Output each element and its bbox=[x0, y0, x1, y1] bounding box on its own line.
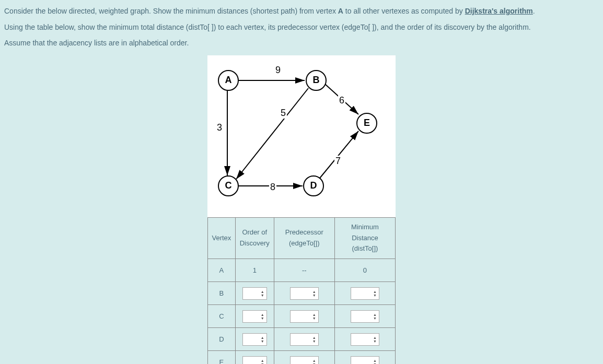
header-vertex: Vertex bbox=[208, 217, 236, 259]
vertex-cell: E bbox=[208, 351, 236, 364]
pred-stepper[interactable]: ▲▼ bbox=[290, 310, 319, 323]
edge-label-be: 6 bbox=[338, 95, 345, 106]
dist-input[interactable] bbox=[353, 290, 372, 297]
order-input[interactable] bbox=[245, 359, 260, 364]
pred-input[interactable] bbox=[293, 359, 311, 364]
dist-cell: 0 bbox=[334, 259, 395, 282]
stepper-arrows-icon[interactable]: ▲▼ bbox=[372, 336, 377, 343]
table-row: C▲▼▲▼▲▼ bbox=[208, 305, 396, 328]
stepper-arrows-icon[interactable]: ▲▼ bbox=[372, 313, 377, 320]
graph-node-a: A bbox=[218, 70, 239, 91]
question-paragraph-1: Consider the below directed, weighted gr… bbox=[4, 4, 599, 18]
svg-line-2 bbox=[236, 88, 308, 179]
dist-cell: ▲▼ bbox=[334, 282, 395, 305]
table-row: E▲▼▲▼▲▼ bbox=[208, 351, 396, 364]
graph-node-d: D bbox=[303, 175, 324, 196]
pred-cell: ▲▼ bbox=[274, 351, 334, 364]
question-paragraph-3: Assume that the adjacency lists are in a… bbox=[4, 36, 599, 50]
table-row: A1--0 bbox=[208, 259, 396, 282]
dist-stepper[interactable]: ▲▼ bbox=[351, 287, 379, 300]
stepper-arrows-icon[interactable]: ▲▼ bbox=[372, 359, 377, 364]
stepper-arrows-icon[interactable]: ▲▼ bbox=[372, 290, 377, 297]
dist-input[interactable] bbox=[353, 313, 372, 320]
order-stepper[interactable]: ▲▼ bbox=[242, 310, 267, 323]
pred-cell: ▲▼ bbox=[274, 282, 334, 305]
graph-node-e: E bbox=[356, 113, 377, 134]
pred-cell: -- bbox=[274, 259, 334, 282]
header-predecessor: Predecessor (edgeTo[]) bbox=[274, 217, 334, 259]
vertex-cell: A bbox=[208, 259, 236, 282]
stepper-arrows-icon[interactable]: ▲▼ bbox=[311, 313, 316, 320]
table-row: B▲▼▲▼▲▼ bbox=[208, 282, 396, 305]
vertex-cell: C bbox=[208, 305, 236, 328]
order-cell: ▲▼ bbox=[235, 328, 274, 351]
graph-node-c: C bbox=[218, 175, 239, 196]
svg-line-5 bbox=[320, 131, 358, 178]
order-stepper[interactable]: ▲▼ bbox=[242, 356, 267, 364]
stepper-arrows-icon[interactable]: ▲▼ bbox=[260, 290, 264, 297]
stepper-arrows-icon[interactable]: ▲▼ bbox=[260, 313, 264, 320]
header-order: Order of Discovery bbox=[235, 217, 274, 259]
stepper-arrows-icon[interactable]: ▲▼ bbox=[260, 336, 264, 343]
dist-input[interactable] bbox=[353, 336, 372, 343]
stepper-arrows-icon[interactable]: ▲▼ bbox=[260, 359, 264, 364]
dist-stepper[interactable]: ▲▼ bbox=[351, 356, 379, 364]
dist-stepper[interactable]: ▲▼ bbox=[351, 333, 379, 346]
dist-stepper[interactable]: ▲▼ bbox=[351, 310, 379, 323]
stepper-arrows-icon[interactable]: ▲▼ bbox=[311, 336, 316, 343]
pred-input[interactable] bbox=[293, 336, 311, 343]
edge-label-ab: 9 bbox=[274, 65, 282, 76]
order-cell: ▲▼ bbox=[235, 351, 274, 364]
vertex-cell: D bbox=[208, 328, 236, 351]
pred-input[interactable] bbox=[293, 313, 311, 320]
dist-input[interactable] bbox=[353, 359, 372, 364]
graph-node-b: B bbox=[306, 70, 327, 91]
dijkstra-link[interactable]: Dijkstra's algorithm bbox=[465, 7, 533, 15]
edge-label-ac: 3 bbox=[216, 122, 223, 133]
answer-table: Vertex Order of Discovery Predecessor (e… bbox=[207, 217, 396, 364]
edge-label-bc: 5 bbox=[280, 108, 287, 119]
edge-label-de: 7 bbox=[334, 156, 342, 167]
order-cell: 1 bbox=[235, 259, 274, 282]
table-row: D▲▼▲▼▲▼ bbox=[208, 328, 396, 351]
graph-image: A B C D E 9 3 5 6 8 7 bbox=[207, 55, 396, 217]
pred-cell: ▲▼ bbox=[274, 328, 334, 351]
question-paragraph-2: Using the table below, show the minimum … bbox=[4, 20, 599, 34]
order-cell: ▲▼ bbox=[235, 305, 274, 328]
stepper-arrows-icon[interactable]: ▲▼ bbox=[311, 290, 316, 297]
pred-cell: ▲▼ bbox=[274, 305, 334, 328]
order-stepper[interactable]: ▲▼ bbox=[242, 333, 267, 346]
dist-cell: ▲▼ bbox=[334, 305, 395, 328]
vertex-cell: B bbox=[208, 282, 236, 305]
dist-cell: ▲▼ bbox=[334, 351, 395, 364]
order-stepper[interactable]: ▲▼ bbox=[242, 287, 267, 300]
order-cell: ▲▼ bbox=[235, 282, 274, 305]
edge-label-cd: 8 bbox=[269, 182, 276, 193]
order-input[interactable] bbox=[245, 290, 260, 297]
order-input[interactable] bbox=[245, 336, 260, 343]
pred-stepper[interactable]: ▲▼ bbox=[290, 356, 319, 364]
dist-cell: ▲▼ bbox=[334, 328, 395, 351]
pred-stepper[interactable]: ▲▼ bbox=[290, 287, 319, 300]
stepper-arrows-icon[interactable]: ▲▼ bbox=[311, 359, 316, 364]
pred-input[interactable] bbox=[293, 290, 311, 297]
pred-stepper[interactable]: ▲▼ bbox=[290, 333, 319, 346]
order-input[interactable] bbox=[245, 313, 260, 320]
header-distance: Minimum Distance (distTo[]) bbox=[334, 217, 395, 259]
